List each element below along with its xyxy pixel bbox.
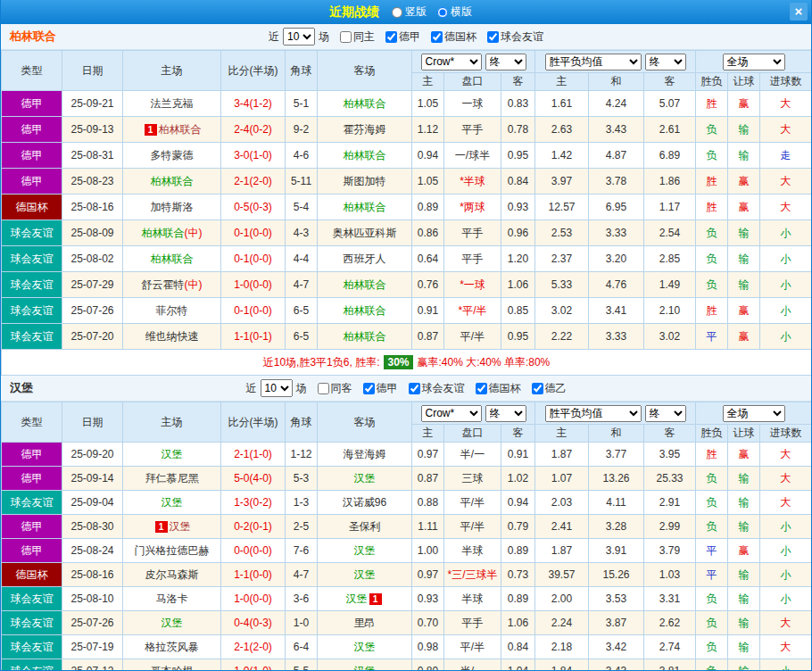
handicap-result-cell: 赢 [728, 298, 760, 324]
league-filter[interactable]: 德乙 [532, 381, 567, 396]
away-odds-cell: 0.94 [501, 491, 535, 515]
neutral-venue-suffix: (中) [185, 227, 203, 239]
league-filter-checkbox[interactable] [476, 383, 487, 394]
corner-cell: 5-1 [286, 91, 318, 117]
avg-away-cell: 3.95 [644, 443, 696, 467]
date-cell: 25-09-20 [62, 443, 123, 467]
team-name: 拜仁慕尼黑 [145, 472, 199, 485]
league-filter-checkbox[interactable] [385, 31, 397, 43]
avg-home-cell: 1.87 [535, 443, 589, 467]
score-cell: 3-0(1-0) [221, 143, 286, 169]
odds-final-select[interactable]: 终 [485, 405, 526, 422]
type-cell: 球会友谊 [2, 220, 62, 246]
avg-home-cell: 1.84 [535, 659, 589, 671]
team-name: 柏林联合 [151, 175, 194, 187]
home-team-cell: 维也纳快速 [123, 324, 221, 350]
avg-away-cell: 2.74 [644, 635, 696, 659]
horizontal-radio[interactable] [437, 7, 448, 18]
league-filter-checkbox[interactable] [363, 383, 375, 394]
type-cell: 德甲 [2, 467, 62, 491]
away-team-cell: 汉堡 [318, 659, 412, 671]
corner-cell: 2-5 [286, 515, 318, 539]
match-count-select[interactable]: 10 [283, 28, 315, 46]
handicap-result-cell: 输 [728, 246, 760, 272]
result-cell: 负 [696, 246, 728, 272]
score-cell: 0-0(0-0) [221, 539, 286, 563]
score-cell: 2-1(2-0) [221, 635, 286, 659]
avg-draw-cell: 4.87 [589, 143, 644, 169]
avg-odds-select[interactable]: 胜平负均值 [545, 54, 642, 70]
avg-final-select[interactable]: 终 [645, 405, 686, 422]
odds-company-select[interactable]: Crow* [421, 54, 482, 70]
type-cell: 球会友谊 [2, 298, 62, 324]
match-count-select[interactable]: 10 [261, 379, 293, 397]
avg-away-cell: 2.62 [644, 611, 696, 635]
odds-final-select[interactable]: 终 [485, 54, 526, 70]
vertical-radio[interactable] [392, 7, 402, 18]
league-filter-checkbox[interactable] [532, 383, 543, 394]
scope-select[interactable]: 全场 [723, 405, 785, 422]
league-filter[interactable]: 德国杯 [431, 29, 476, 45]
avg-final-select[interactable]: 终 [645, 54, 686, 70]
team-name: 汉堡 [354, 665, 376, 671]
layout-vertical-option[interactable]: 竖版 [392, 4, 427, 20]
league-filter-checkbox[interactable] [409, 383, 420, 394]
team-name: 门兴格拉德巴赫 [135, 544, 210, 557]
odds-header-group: 胜平负均值终 [535, 402, 696, 425]
handicap-cell: 平手 [444, 220, 501, 246]
goals-result-cell: 小 [760, 246, 812, 272]
league-filter[interactable]: 德国杯 [476, 381, 521, 396]
avg-odds-select[interactable]: 胜平负均值 [545, 405, 642, 422]
sub-header: 主 [412, 73, 444, 91]
filter-bar: 汉堡近10场同客德甲球会友谊德国杯德乙 [1, 376, 811, 402]
col-header-type: 类型 [2, 402, 62, 443]
odds-company-select[interactable]: Crow* [421, 405, 482, 422]
type-cell: 德甲 [2, 169, 62, 195]
avg-away-cell: 25.33 [644, 467, 696, 491]
result-cell: 负 [696, 143, 728, 169]
type-cell: 球会友谊 [2, 587, 62, 611]
league-filter-checkbox[interactable] [487, 31, 499, 43]
layout-horizontal-option[interactable]: 横版 [437, 4, 472, 20]
league-filter[interactable]: 德甲 [385, 29, 420, 45]
avg-home-cell: 2.24 [535, 611, 589, 635]
type-cell: 球会友谊 [2, 659, 62, 671]
table-row: 球会友谊25-07-12哥本哈根1-0(1-0)5-5汉堡0.80半/一1.04… [2, 659, 812, 671]
red-badge: 1 [369, 593, 382, 605]
avg-home-cell: 2.00 [535, 587, 589, 611]
scope-select[interactable]: 全场 [723, 54, 785, 70]
avg-draw-cell: 3.53 [589, 587, 644, 611]
handicap-cell: 平/半 [444, 635, 501, 659]
away-odds-cell: 0.79 [501, 515, 535, 539]
vertical-radio-label: 竖版 [405, 4, 427, 20]
table-row: 球会友谊25-07-29舒云霍特(中)1-0(0-0)4-7柏林联合0.76*一… [2, 272, 812, 298]
away-team-cell: 汉诺威96 [318, 491, 412, 515]
league-filter[interactable]: 球会友谊 [487, 29, 543, 45]
table-row: 球会友谊25-09-04汉堡1-3(0-2)1-3汉诺威960.88平/半0.9… [2, 491, 812, 515]
team-name: 柏林联合 [142, 227, 185, 239]
league-filter-label: 德乙 [545, 381, 567, 396]
league-filter-checkbox[interactable] [340, 31, 352, 43]
goals-result-cell: 小 [760, 539, 812, 563]
home-odds-cell: 1.11 [412, 515, 444, 539]
league-filter-checkbox[interactable] [431, 31, 443, 43]
type-cell: 德甲 [2, 143, 62, 169]
away-team-cell: 霍芬海姆 [318, 117, 412, 143]
league-filter[interactable]: 德甲 [363, 381, 398, 396]
home-odds-cell: 1.12 [412, 117, 444, 143]
league-filter-checkbox[interactable] [318, 383, 329, 394]
league-filter[interactable]: 同主 [340, 29, 375, 45]
sub-header: 主 [535, 425, 589, 443]
avg-draw-cell: 3.77 [589, 443, 644, 467]
handicap-cell: 三球 [444, 467, 501, 491]
away-odds-cell: 0.85 [501, 298, 535, 324]
handicap-result-cell: 输 [728, 491, 760, 515]
team-name: 菲尔特 [156, 304, 188, 317]
handicap-cell: *三/三球半 [444, 563, 501, 587]
league-filter[interactable]: 球会友谊 [409, 381, 465, 396]
home-team-cell: 柏林联合 [123, 246, 221, 272]
league-filter[interactable]: 同客 [318, 381, 352, 396]
close-button[interactable]: × [790, 3, 808, 21]
titlebar-controls: 近期战绩 竖版 横版 [329, 4, 483, 21]
sections-container: 柏林联合近10场同主德甲德国杯球会友谊类型日期主场比分(半场)角球客场Crow*… [1, 24, 811, 671]
